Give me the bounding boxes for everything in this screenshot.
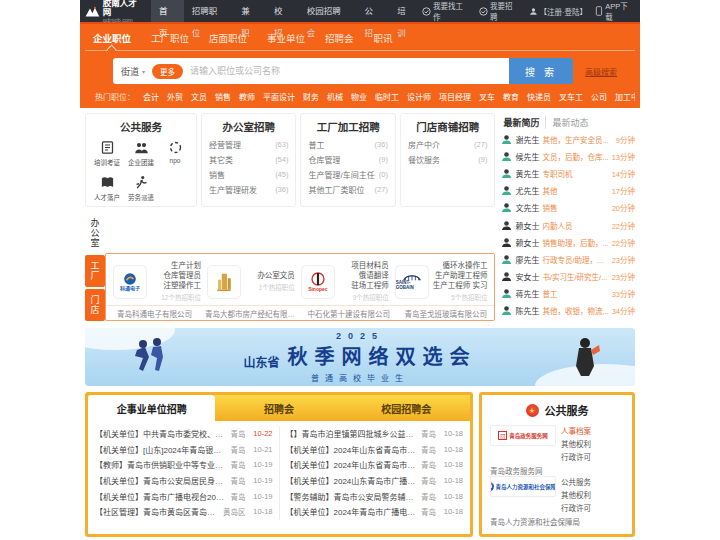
gov-tag[interactable]: 其他权利 (561, 438, 591, 449)
top-nav-item[interactable]: 首页 (151, 0, 184, 22)
resume-row[interactable]: 尤先生 其他 17分钟 (501, 182, 635, 199)
sub-nav-item[interactable]: 职讯 (374, 31, 393, 45)
service-labor-dispatch[interactable]: 劳务派遣 (124, 175, 158, 202)
find-job-link[interactable]: 我要找工作 (422, 0, 470, 22)
hot-job-link[interactable]: 会计 (143, 91, 159, 102)
news-item[interactable]: 【机关单位】2024山东青岛市广播电视台招聘... 青岛 10-18 (286, 473, 464, 489)
register-login-link[interactable]: 【注册·登陆】 (529, 6, 587, 17)
top-nav-item[interactable]: 招聘职位 (184, 0, 233, 22)
hot-job-link[interactable]: 教育 (503, 91, 519, 102)
news-item[interactable]: 【】青岛市泊里镇第四批城乡公益性... 青岛 10-18 (286, 426, 464, 442)
top-nav-item[interactable]: 校园招聘会 (299, 0, 357, 22)
category-link[interactable]: 经营管理 (63) (209, 137, 288, 152)
hot-job-link[interactable]: 平面设计 (263, 91, 295, 102)
hot-job-link[interactable]: 设计师 (407, 91, 431, 102)
gov-tag[interactable]: 人事档案 (561, 425, 591, 436)
news-item[interactable]: 【警务辅助】青岛市公安局警务辅助人员招录... 青岛 10-18 (286, 488, 464, 504)
resume-row[interactable]: 赖女士 内勤人员 22分钟 (501, 216, 635, 233)
resume-row[interactable]: 安女士 书/实习生/研究生/... 23分钟 (501, 268, 635, 285)
service-training-cert[interactable]: 培训考证 (90, 140, 124, 167)
news-item[interactable]: 【机关单位】2024年山东省青岛市广播电视台... 青岛 10-18 (286, 457, 464, 473)
sub-nav-item[interactable]: 工厂职位 (151, 31, 189, 45)
top-nav-item[interactable]: 培训 (389, 0, 422, 22)
hot-job-link[interactable]: 财务 (303, 91, 319, 102)
resume-row[interactable]: 赖女士 销售助理，后勤，... 22分钟 (501, 234, 635, 251)
news-tab[interactable]: 企事业单位招聘 (88, 395, 215, 421)
service-npo[interactable]: npo (158, 140, 192, 167)
category-link[interactable]: 房产中介 (27) (408, 137, 487, 152)
news-item[interactable]: 【机关单位】青岛市公安局居民身份证制证所2... 青岛 10-19 (95, 473, 273, 489)
search-button[interactable]: 搜 索 (509, 58, 573, 84)
company-name-link[interactable]: 中石化第十建设有限公司 (300, 308, 397, 319)
gov-tag[interactable]: 公共服务 (561, 476, 591, 487)
hot-job-link[interactable]: 物业 (351, 91, 367, 102)
resume-row[interactable]: 陈先生 其他，收银，物流... 34分钟 (501, 302, 635, 319)
category-link[interactable]: 普工 (36) (308, 137, 387, 152)
news-item[interactable]: 【教师】青岛市供销职业中等专业学校202... 青岛 10-19 (95, 457, 273, 473)
search-input[interactable] (190, 66, 501, 76)
company-card[interactable]: 科通电子 生产计划仓库管理员注塑操作工 12个热招职位 (110, 258, 204, 305)
tab-store[interactable]: 门店 (85, 289, 105, 321)
company-name-link[interactable]: 青岛大都市房产经纪有限公司 (203, 308, 300, 319)
hot-job-link[interactable]: 外贸 (167, 91, 183, 102)
hot-job-link[interactable]: 叉车 (479, 91, 495, 102)
hot-job-link[interactable]: 文员 (191, 91, 207, 102)
resume-row[interactable]: 廖先生 行政专员/助理，... 23分钟 (501, 251, 635, 268)
news-tab[interactable]: 招聘会 (215, 395, 342, 421)
company-card[interactable]: Sinopec 项目材料员俄语翻译驻场工程师 9个热招职位 (298, 258, 392, 305)
hot-job-link[interactable]: 叉车工 (559, 91, 583, 102)
resume-row[interactable]: 文先生 销售 20分钟 (501, 199, 635, 216)
hot-job-link[interactable]: 项目经理 (439, 91, 471, 102)
gov-tag[interactable]: 行政许可 (561, 451, 591, 462)
company-name-link[interactable]: 青岛圣戈班玻璃有限公司 (397, 308, 494, 319)
resume-row[interactable]: 候先生 文员，后勤，仓库... 13分钟 (501, 148, 635, 165)
gov-tag[interactable]: 其他权利 (561, 489, 591, 500)
sub-nav-item[interactable]: 事业单位 (267, 31, 305, 45)
app-download-link[interactable]: APP下载 (595, 0, 635, 22)
news-item[interactable]: 【机关单位】中共青岛市委党校、青岛行政学... 青岛 10-22 (95, 426, 273, 442)
category-link[interactable]: 生产管理研发 (36) (209, 182, 288, 197)
hot-job-link[interactable]: 公司 (591, 91, 607, 102)
category-link[interactable]: 餐饮服务 (9) (408, 152, 487, 167)
category-link[interactable]: 其它类 (54) (209, 152, 288, 167)
resume-tab[interactable]: 最新简历 (501, 116, 545, 129)
company-name-link[interactable]: 青岛科通电子有限公司 (106, 308, 203, 319)
top-nav-item[interactable]: 兼职 (233, 0, 266, 22)
region-select[interactable]: 街道 ▾ (121, 65, 145, 78)
more-button[interactable]: 更多 (152, 64, 183, 79)
news-item[interactable]: 【机关单位】青岛市广播电视台2024年10月公... 青岛 10-19 (95, 488, 273, 504)
top-nav-item[interactable]: 校招 (266, 0, 299, 22)
tab-office[interactable]: 办公室 (85, 213, 105, 253)
hot-job-link[interactable]: 销售 (215, 91, 231, 102)
category-link[interactable]: 销售 (45) (209, 167, 288, 182)
tab-factory[interactable]: 工厂 (85, 255, 105, 287)
resume-tab[interactable]: 最新动态 (545, 116, 594, 129)
advanced-search-link[interactable]: 高级搜索 (585, 66, 617, 77)
news-item[interactable]: 【机关单位】2024年山东省青岛市公安局所属... 青岛 10-18 (286, 442, 464, 458)
post-job-link[interactable]: 我要招聘 (479, 0, 520, 22)
top-nav-item[interactable]: 公招 (357, 0, 390, 22)
site-logo[interactable]: 胶南人才网 qdjnjob.com (85, 0, 145, 23)
hot-job-link[interactable]: 快递员 (527, 91, 551, 102)
resume-row[interactable]: 蒋先生 普工 33分钟 (501, 285, 635, 302)
sub-nav-item[interactable]: 招聘会 (325, 31, 354, 45)
service-talent-settlement[interactable]: 人才落户 (90, 175, 124, 202)
category-link[interactable]: 其他工厂类职位 (27) (308, 182, 387, 197)
service-team-building[interactable]: 企业团建 (124, 140, 158, 167)
gov-service-entry[interactable]: 回 青岛政务服务网 人事档案其他权利行政许可 青岛政务服务网 (490, 425, 624, 476)
resume-row[interactable]: 黄先生 专职司机 14分钟 (501, 165, 635, 182)
autumn-job-fair-banner[interactable]: 2025 山东省 秋季网络双选会 普通高校毕业生 (85, 328, 635, 386)
resume-row[interactable]: 谢先生 其他，生产安全员... 9分钟 (501, 131, 635, 148)
category-link[interactable]: 生产管理/车间主任 (0) (308, 167, 387, 182)
company-card[interactable]: 办公室文员 1个热招职位 (204, 258, 298, 305)
category-link[interactable]: 仓库管理 (9) (308, 152, 387, 167)
company-card[interactable]: SAINT-GOBAIN 循环水操作工生产助理工程师生产工程师 实习 5个热招职… (392, 258, 491, 305)
gov-tag[interactable]: 行政许可 (561, 502, 591, 513)
news-item[interactable]: 【社区管理】青岛市黄岛区青岛街道城镇公益... 黄岛区 10-18 (95, 504, 273, 520)
news-tab[interactable]: 校园招聘会 (343, 395, 470, 421)
sub-nav-item[interactable]: 企业职位 (93, 31, 131, 45)
hot-job-link[interactable]: 教师 (239, 91, 255, 102)
hot-job-link[interactable]: 临时工 (375, 91, 399, 102)
hot-job-link[interactable]: 加工中心 (615, 91, 635, 102)
sub-nav-item[interactable]: 店面职位 (209, 31, 247, 45)
